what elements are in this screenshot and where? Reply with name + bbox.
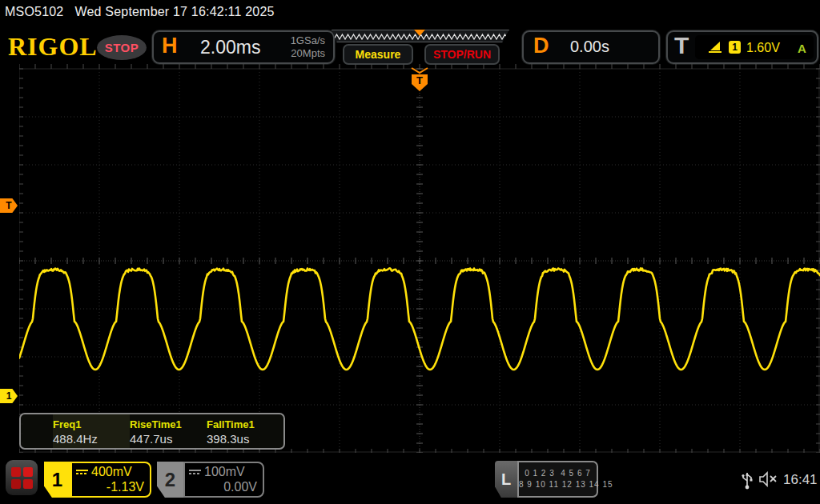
rising-edge-trigger-icon <box>708 40 724 54</box>
delay-value[interactable]: 0.00s <box>570 38 609 56</box>
measurement-results-box[interactable]: Freq1 488.4Hz RiseTime1 447.7us FallTime… <box>19 413 285 450</box>
measurement-risetime[interactable]: RiseTime1 447.7us <box>130 414 207 448</box>
measurement-label: FallTime1 <box>207 418 283 430</box>
channel1-tab[interactable]: 1 <box>44 462 70 498</box>
waveform-display-grid[interactable] <box>19 64 820 453</box>
channel2-block[interactable]: 2 100mV 0.00V <box>157 462 264 498</box>
stop-run-button[interactable]: STOP/RUN <box>424 44 500 65</box>
memory-depth: 20Mpts <box>291 47 325 60</box>
digital-channels-box[interactable]: 0 1 2 3 4 5 6 78 9 10 11 12 13 14 15 <box>517 461 598 498</box>
memory-position-marker-icon[interactable] <box>414 30 425 36</box>
trigger-position-marker[interactable]: T <box>409 66 430 94</box>
measurement-freq[interactable]: Freq1 488.4Hz <box>53 414 130 448</box>
measurement-value: 488.4Hz <box>53 432 130 446</box>
main-menu-icon[interactable] <box>6 460 38 495</box>
logic-analyzer-block[interactable]: L 0 1 2 3 4 5 6 78 9 10 11 12 13 14 15 <box>495 461 598 498</box>
channel2-values[interactable]: 100mV 0.00V <box>183 462 264 498</box>
measure-button[interactable]: Measure <box>343 44 413 65</box>
trigger-mode: A <box>798 42 806 55</box>
channel1-position-flag[interactable]: 1 <box>0 389 18 403</box>
channel1-block[interactable]: 1 400mV -1.13V <box>44 462 151 498</box>
dc-coupling-icon <box>76 470 88 474</box>
datetime: Wed September 17 16:42:11 2025 <box>74 5 274 18</box>
acquisition-status-badge: STOP <box>97 35 147 60</box>
sample-rate: 1GSa/s <box>291 34 325 47</box>
trigger-source-badge: 1 <box>729 41 741 54</box>
trigger-position-letter: T <box>416 74 423 86</box>
logic-analyzer-tab[interactable]: L <box>495 461 517 498</box>
channel2-tab[interactable]: 2 <box>157 462 183 498</box>
measurement-value: 447.7us <box>130 432 207 446</box>
channel1-offset: -1.13V <box>76 480 144 494</box>
horizontal-label: H <box>162 34 178 58</box>
measurement-value: 398.3us <box>207 432 283 446</box>
delay-label: D <box>533 34 549 58</box>
topbar: MSO5102Wed September 17 16:42:11 2025 <box>5 5 286 19</box>
usb-icon <box>740 468 754 490</box>
channel2-scale: 100mV <box>204 465 245 479</box>
oscilloscope-screen: MSO5102Wed September 17 16:42:11 2025 RI… <box>0 0 820 504</box>
trigger-label: T <box>674 32 689 59</box>
channel2-offset: 0.00V <box>189 480 257 494</box>
timebase-value[interactable]: 2.00ms <box>200 37 260 58</box>
speaker-muted-icon[interactable] <box>758 470 778 488</box>
digital-row1: 0 1 2 3 4 5 6 7 <box>525 469 591 478</box>
measurement-falltime[interactable]: FallTime1 398.3us <box>207 414 283 448</box>
model-name: MSO5102 <box>5 5 63 18</box>
channel1-scale: 400mV <box>91 465 132 479</box>
clock: 16:41 <box>783 472 818 488</box>
sample-rate-block: 1GSa/s 20Mpts <box>291 34 325 60</box>
trigger-level-value: 1.60V <box>746 41 780 55</box>
dc-coupling-icon <box>189 470 201 474</box>
digital-row2: 8 9 10 11 12 13 14 15 <box>519 480 613 489</box>
measurement-label: RiseTime1 <box>130 418 207 430</box>
channel1-values[interactable]: 400mV -1.13V <box>70 462 151 498</box>
trigger-level-flag[interactable]: T <box>0 198 18 213</box>
rigol-logo: RIGOL <box>8 32 98 62</box>
measurement-label: Freq1 <box>53 418 130 430</box>
